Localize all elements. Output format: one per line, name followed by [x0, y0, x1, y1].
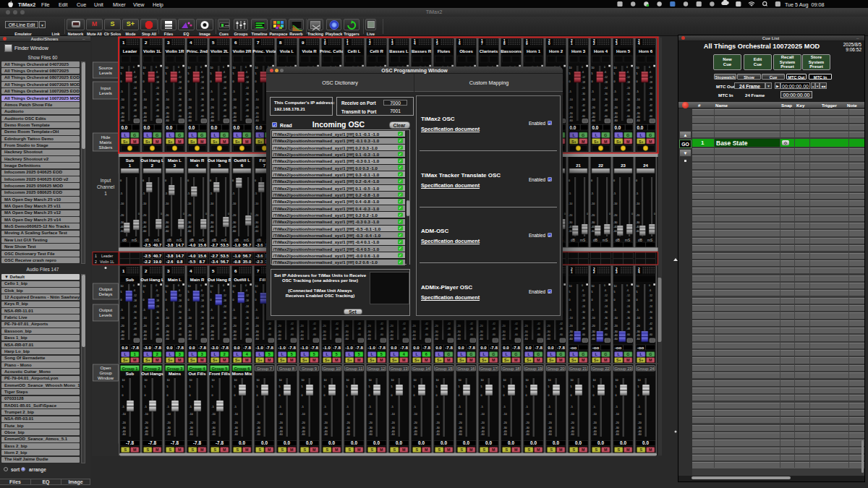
svg-text:M: M [559, 448, 563, 452]
svg-text:3: 3 [616, 270, 618, 274]
svg-text:5: 5 [268, 352, 271, 356]
svg-text:0.0: 0.0 [553, 440, 559, 445]
svg-text:L: L [371, 352, 374, 356]
svg-text:2: 2 [156, 352, 158, 356]
svg-text:G: G [582, 133, 584, 137]
svg-text:S+: S+ [571, 140, 576, 144]
svg-text:Mono Mix: Mono Mix [232, 372, 252, 376]
svg-text:L: L [259, 133, 262, 137]
svg-text:L: L [416, 352, 419, 356]
svg-text:Group 12: Group 12 [367, 367, 385, 371]
svg-text:3: 3 [167, 268, 170, 273]
svg-text:M: M [156, 358, 159, 362]
svg-text:40.7: 40.7 [153, 254, 161, 258]
svg-text:0.0: 0.0 [642, 440, 649, 445]
svg-text:G: G [469, 352, 472, 356]
svg-text:-1.0: -1.0 [234, 254, 241, 258]
svg-text:0.0: 0.0 [508, 440, 514, 445]
svg-text:-7.8: -7.8 [131, 345, 139, 350]
svg-text:-2.5: -2.5 [144, 243, 152, 247]
svg-text:0: 0 [587, 213, 588, 215]
svg-text:Princ. Viola: Princ. Viola [252, 49, 276, 53]
svg-text:S+: S+ [280, 358, 285, 362]
svg-text:Group 14: Group 14 [412, 367, 430, 371]
svg-text:2: 2 [593, 42, 595, 46]
svg-text:S+: S+ [213, 140, 218, 144]
svg-text:Leader: Leader [123, 49, 137, 53]
svg-text:S: S [303, 448, 306, 452]
svg-text:G: G [649, 133, 652, 137]
svg-text:Violin 1L: Violin 1L [100, 260, 114, 264]
svg-text:M: M [492, 448, 495, 452]
svg-text:S: S [281, 448, 284, 452]
svg-text:dB: dB [571, 239, 575, 242]
svg-text:-oo: -oo [615, 345, 622, 350]
svg-text:L: L [506, 352, 509, 356]
svg-text:Group 19: Group 19 [524, 367, 542, 371]
svg-text:-3.6: -3.6 [256, 254, 264, 258]
svg-text:0.0: 0.0 [189, 125, 195, 130]
svg-text:-7.8: -7.8 [467, 345, 475, 350]
svg-text:M: M [537, 448, 540, 452]
svg-text:S: S [595, 448, 597, 452]
svg-text:-4.0: -4.0 [189, 254, 196, 258]
svg-text:M: M [133, 140, 137, 144]
svg-text:Group 10: Group 10 [323, 367, 340, 371]
svg-text:0.8: 0.8 [176, 260, 183, 264]
svg-text:mS: mS [580, 239, 585, 242]
svg-text:-2.3: -2.3 [256, 260, 264, 264]
svg-text:23: 23 [621, 163, 626, 168]
svg-text:-7.8: -7.8 [148, 440, 156, 445]
svg-text:M: M [223, 358, 226, 362]
svg-text:8: 8 [503, 42, 506, 46]
svg-text:Group 9: Group 9 [302, 367, 317, 371]
svg-text:Oboes: Oboes [459, 49, 473, 53]
svg-text:-3.8: -3.8 [166, 243, 174, 247]
svg-text:6: 6 [459, 42, 461, 46]
svg-text:Levels: Levels [99, 90, 112, 95]
svg-text:0.0: 0.0 [458, 345, 464, 350]
svg-text:M: M [425, 448, 428, 452]
svg-text:Out Hang L: Out Hang L [140, 158, 164, 163]
svg-text:dB: dB [638, 239, 642, 242]
svg-text:Group 1: Group 1 [122, 367, 138, 371]
svg-text:0.0: 0.0 [166, 125, 173, 130]
svg-text:Input: Input [101, 178, 111, 184]
svg-text:-1.0: -1.0 [234, 243, 241, 247]
svg-text:G: G [245, 133, 248, 137]
svg-text:14.7: 14.7 [176, 243, 184, 247]
svg-text:Horn 4: Horn 4 [594, 49, 608, 53]
svg-text:0: 0 [205, 213, 207, 215]
svg-text:-3.6: -3.6 [256, 243, 264, 247]
svg-text:M: M [626, 448, 630, 452]
svg-text:-3.8: -3.8 [166, 254, 174, 258]
svg-text:-7.8: -7.8 [216, 440, 224, 445]
svg-text:M: M [514, 448, 518, 452]
svg-text:-7.8: -7.8 [378, 345, 386, 350]
svg-text:2: 2 [369, 42, 371, 46]
svg-text:4: 4 [190, 40, 192, 45]
svg-text:6: 6 [234, 268, 237, 273]
svg-text:53.5: 53.5 [221, 243, 229, 247]
svg-text:G: G [447, 352, 450, 356]
svg-text:-2.5: -2.5 [144, 254, 152, 258]
svg-text:M: M [604, 358, 608, 362]
svg-text:M: M [626, 358, 630, 362]
svg-text:L: L [393, 352, 396, 356]
svg-text:S+: S+ [616, 358, 621, 362]
svg-text:M: M [604, 448, 608, 452]
svg-text:0.0: 0.0 [122, 125, 128, 130]
svg-text:G: G [200, 133, 203, 137]
svg-text:0.0: 0.0 [239, 440, 245, 445]
svg-text:M: M [582, 358, 585, 362]
svg-text:S+: S+ [549, 358, 554, 362]
svg-text:0: 0 [564, 213, 566, 215]
svg-text:-7.8: -7.8 [243, 345, 251, 350]
svg-text:0.0: 0.0 [373, 440, 380, 445]
svg-text:1: 1 [571, 42, 573, 46]
svg-text:S: S [348, 448, 351, 452]
svg-text:Group 6: Group 6 [234, 367, 250, 371]
svg-text:S+: S+ [190, 140, 195, 144]
svg-text:0.0: 0.0 [530, 440, 537, 445]
svg-text:3: 3 [201, 352, 203, 356]
